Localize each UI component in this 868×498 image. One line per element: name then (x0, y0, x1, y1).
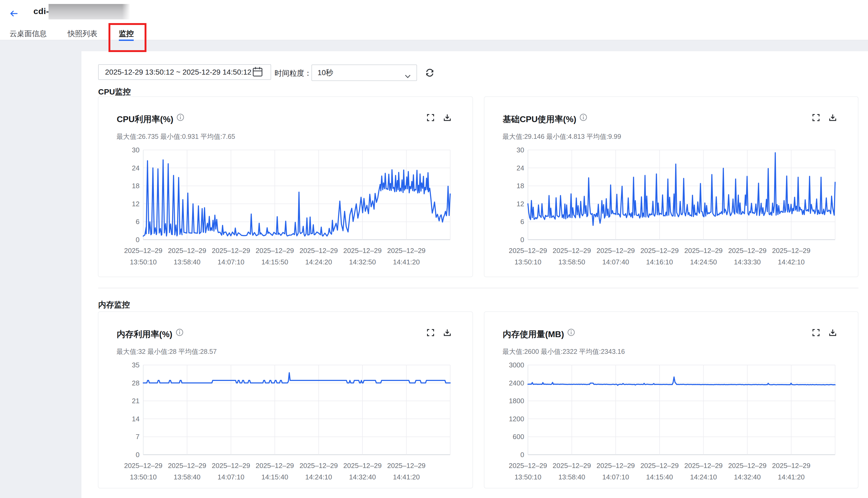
svg-text:2025–12–29: 2025–12–29 (124, 247, 163, 254)
svg-text:13:58:40: 13:58:40 (174, 258, 201, 266)
svg-text:14:32:40: 14:32:40 (734, 473, 761, 481)
svg-text:14:16:10: 14:16:10 (646, 258, 673, 266)
svg-text:30: 30 (516, 146, 524, 154)
svg-text:6: 6 (136, 218, 139, 226)
svg-text:14:15:40: 14:15:40 (646, 473, 673, 481)
svg-text:2025–12–29: 2025–12–29 (728, 247, 767, 254)
svg-text:2025–12–29: 2025–12–29 (256, 462, 294, 470)
svg-text:14:41:20: 14:41:20 (778, 473, 804, 481)
svg-text:18: 18 (516, 182, 524, 190)
svg-text:14: 14 (132, 415, 139, 423)
svg-text:14:07:10: 14:07:10 (218, 473, 244, 481)
svg-text:2025–12–29: 2025–12–29 (212, 247, 250, 254)
svg-text:14:07:40: 14:07:40 (602, 258, 629, 266)
svg-text:14:32:50: 14:32:50 (349, 258, 376, 266)
svg-text:2025–12–29: 2025–12–29 (553, 247, 591, 254)
svg-text:13:58:40: 13:58:40 (558, 473, 585, 481)
svg-text:2025–12–29: 2025–12–29 (387, 462, 425, 470)
svg-text:2025–12–29: 2025–12–29 (684, 462, 723, 470)
svg-text:7: 7 (136, 433, 139, 441)
svg-text:600: 600 (513, 433, 524, 441)
svg-text:2025–12–29: 2025–12–29 (728, 462, 767, 470)
svg-text:2025–12–29: 2025–12–29 (168, 247, 206, 254)
svg-text:13:50:10: 13:50:10 (130, 258, 157, 266)
svg-text:14:32:40: 14:32:40 (349, 473, 376, 481)
svg-text:14:07:10: 14:07:10 (218, 258, 244, 266)
svg-text:2025–12–29: 2025–12–29 (299, 462, 338, 470)
svg-text:14:24:10: 14:24:10 (306, 473, 332, 481)
svg-text:12: 12 (516, 200, 524, 208)
svg-text:14:41:20: 14:41:20 (393, 473, 420, 481)
svg-text:2025–12–29: 2025–12–29 (256, 247, 294, 254)
svg-text:1800: 1800 (509, 397, 524, 405)
svg-text:0: 0 (136, 451, 139, 459)
svg-text:0: 0 (520, 236, 524, 244)
svg-text:2025–12–29: 2025–12–29 (509, 247, 547, 254)
svg-text:14:07:10: 14:07:10 (602, 473, 629, 481)
svg-text:2400: 2400 (509, 379, 524, 387)
svg-text:2025–12–29: 2025–12–29 (343, 247, 382, 254)
svg-text:28: 28 (132, 379, 139, 387)
svg-text:14:42:10: 14:42:10 (778, 258, 804, 266)
svg-text:12: 12 (132, 200, 139, 208)
svg-text:2025–12–29: 2025–12–29 (212, 462, 250, 470)
svg-text:13:58:50: 13:58:50 (558, 258, 585, 266)
svg-text:2025–12–29: 2025–12–29 (596, 462, 635, 470)
svg-text:2025–12–29: 2025–12–29 (299, 247, 338, 254)
svg-text:14:24:10: 14:24:10 (690, 473, 717, 481)
svg-text:13:50:10: 13:50:10 (130, 473, 157, 481)
svg-text:3000: 3000 (509, 361, 524, 369)
svg-text:0: 0 (520, 451, 524, 459)
svg-text:2025–12–29: 2025–12–29 (596, 247, 635, 254)
svg-text:13:58:40: 13:58:40 (174, 473, 201, 481)
svg-text:14:15:50: 14:15:50 (261, 258, 288, 266)
svg-text:18: 18 (132, 182, 139, 190)
svg-text:2025–12–29: 2025–12–29 (640, 247, 679, 254)
svg-text:24: 24 (132, 164, 139, 172)
svg-text:2025–12–29: 2025–12–29 (124, 462, 163, 470)
svg-text:24: 24 (516, 164, 524, 172)
svg-text:21: 21 (132, 397, 139, 405)
svg-text:13:50:10: 13:50:10 (514, 258, 541, 266)
svg-text:14:41:20: 14:41:20 (393, 258, 420, 266)
svg-text:14:33:30: 14:33:30 (734, 258, 761, 266)
svg-text:14:15:40: 14:15:40 (261, 473, 288, 481)
svg-text:2025–12–29: 2025–12–29 (168, 462, 206, 470)
svg-text:2025–12–29: 2025–12–29 (772, 247, 811, 254)
svg-text:1200: 1200 (509, 415, 524, 423)
svg-text:2025–12–29: 2025–12–29 (553, 462, 591, 470)
svg-text:13:50:10: 13:50:10 (514, 473, 541, 481)
svg-text:6: 6 (520, 218, 524, 226)
svg-text:0: 0 (136, 236, 139, 244)
svg-text:14:24:20: 14:24:20 (306, 258, 332, 266)
svg-text:2025–12–29: 2025–12–29 (509, 462, 547, 470)
svg-text:2025–12–29: 2025–12–29 (772, 462, 811, 470)
svg-text:14:24:50: 14:24:50 (690, 258, 717, 266)
svg-text:2025–12–29: 2025–12–29 (684, 247, 723, 254)
svg-text:2025–12–29: 2025–12–29 (387, 247, 425, 254)
svg-text:30: 30 (132, 146, 139, 154)
svg-text:2025–12–29: 2025–12–29 (343, 462, 382, 470)
svg-text:35: 35 (132, 361, 139, 369)
svg-text:2025–12–29: 2025–12–29 (640, 462, 679, 470)
